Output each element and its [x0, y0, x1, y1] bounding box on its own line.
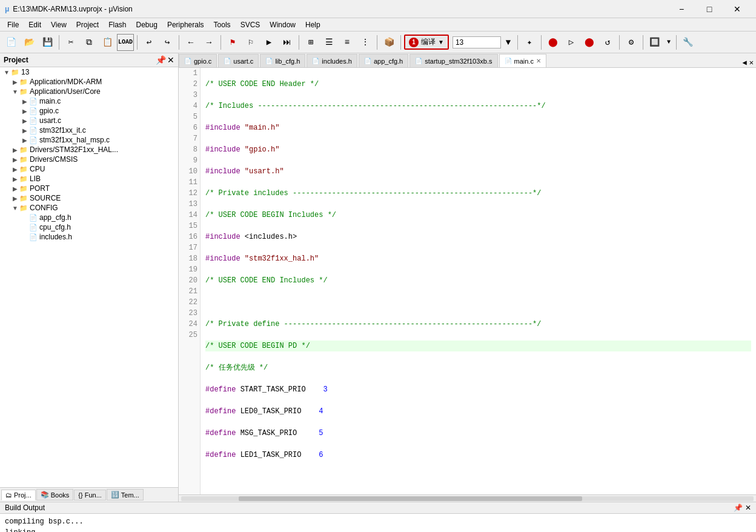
tree-node-source[interactable]: ▶ 📁 SOURCE: [0, 193, 178, 203]
toggle-usart-c[interactable]: ▶: [21, 118, 29, 124]
toggle-config[interactable]: ▼: [11, 205, 19, 211]
paste-button[interactable]: 📋: [99, 34, 116, 51]
view-dropdown[interactable]: ▼: [665, 34, 673, 51]
reset-button[interactable]: ↺: [599, 34, 616, 51]
tab-lib-cfg[interactable]: 📄 lib_cfg.h: [260, 54, 305, 67]
toggle-root[interactable]: ▼: [2, 69, 11, 76]
tab-scroll-left[interactable]: ◀: [743, 58, 747, 67]
tab-gpio-c[interactable]: 📄 gpio.c: [179, 54, 217, 67]
tree-node-drv-stm[interactable]: ▶ 📁 Drivers/STM32F1xx_HAL...: [0, 145, 178, 155]
toggle-source[interactable]: ▶: [11, 195, 19, 202]
tab-usart-c[interactable]: 📄 usart.c: [218, 54, 259, 67]
editor-hscroll[interactable]: [179, 494, 756, 502]
align1-button[interactable]: ⊞: [302, 34, 319, 51]
sidebar-pin-button[interactable]: 📌: [156, 55, 166, 65]
view-btn[interactable]: 🔲: [646, 34, 663, 51]
new-file-button[interactable]: 📄: [2, 34, 19, 51]
tree-node-includes[interactable]: ▶ 📄 includes.h: [0, 232, 178, 242]
connect-button[interactable]: ⬤: [545, 34, 562, 51]
build-close-icon[interactable]: ✕: [745, 504, 751, 512]
code-editor[interactable]: 12345 678910 1112131415 1617181920 21222…: [179, 68, 756, 494]
forward-button[interactable]: →: [201, 34, 217, 51]
tree-node-usart-c[interactable]: ▶ 📄 usart.c: [0, 116, 178, 125]
menu-window[interactable]: Window: [265, 19, 300, 30]
menu-tools[interactable]: Tools: [209, 19, 236, 30]
toggle-cpu[interactable]: ▶: [11, 166, 19, 173]
menu-file[interactable]: File: [2, 19, 24, 30]
sidebar-tab-tem[interactable]: 🔢 Tem...: [107, 489, 144, 500]
menu-debug[interactable]: Debug: [131, 19, 162, 30]
tree-node-mdk[interactable]: ▶ 📁 Application/MDK-ARM: [0, 77, 178, 87]
tree-node-it-c[interactable]: ▶ 📄 stm32f1xx_it.c: [0, 125, 178, 135]
debug3-button[interactable]: ⏭: [279, 34, 296, 51]
sidebar-tab-fun[interactable]: {} Fun...: [74, 490, 106, 500]
tree-node-hal-c[interactable]: ▶ 📄 stm32f1xx_hal_msp.c: [0, 135, 178, 145]
toggle-drv-stm[interactable]: ▶: [11, 147, 19, 153]
menu-svcs[interactable]: SVCS: [236, 19, 265, 30]
toggle-main-c[interactable]: ▶: [21, 98, 29, 105]
tree-node-main-c[interactable]: ▶ 📄 main.c: [0, 96, 178, 106]
options-btn[interactable]: ⚙: [623, 34, 640, 51]
package-button[interactable]: 📦: [380, 34, 397, 51]
tree-node-user[interactable]: ▼ 📁 Application/User/Core: [0, 87, 178, 96]
menu-help[interactable]: Help: [300, 19, 325, 30]
tree-node-cpu[interactable]: ▶ 📁 CPU: [0, 164, 178, 174]
load-button[interactable]: LOAD: [117, 34, 134, 51]
maximize-button[interactable]: □: [695, 0, 723, 18]
toggle-lib[interactable]: ▶: [11, 176, 19, 182]
open-button[interactable]: 📂: [21, 34, 38, 51]
tab-includes[interactable]: 📄 includes.h: [307, 54, 357, 67]
debug1-button[interactable]: ⚐: [242, 34, 259, 51]
tab-startup[interactable]: 📄 startup_stm32f103xb.s: [409, 54, 497, 67]
start-button[interactable]: ▷: [563, 34, 580, 51]
menu-view[interactable]: View: [46, 19, 71, 30]
cut-button[interactable]: ✂: [62, 34, 79, 51]
menu-edit[interactable]: Edit: [24, 19, 46, 30]
align3-button[interactable]: ≡: [339, 34, 356, 51]
stop-button[interactable]: ⬤: [581, 34, 598, 51]
toggle-user[interactable]: ▼: [11, 88, 19, 95]
toggle-port[interactable]: ▶: [11, 185, 19, 192]
sidebar-close-button[interactable]: ✕: [167, 55, 174, 65]
toggle-cmsis[interactable]: ▶: [11, 156, 19, 163]
tab-scroll-right[interactable]: ✕: [749, 58, 754, 67]
toggle-it-c[interactable]: ▶: [21, 127, 29, 134]
tree-node-gpio-c[interactable]: ▶ 📄 gpio.c: [0, 106, 178, 116]
redo-button[interactable]: ↪: [159, 34, 176, 51]
menu-flash[interactable]: Flash: [104, 19, 131, 30]
tree-node-root[interactable]: ▼ 📁 13: [0, 67, 178, 77]
save-button[interactable]: 💾: [39, 34, 56, 51]
toggle-gpio-c[interactable]: ▶: [21, 108, 29, 115]
compile-button[interactable]: 1 编译 ▼: [404, 35, 449, 50]
magic-button[interactable]: ✦: [521, 34, 538, 51]
build-pin-icon[interactable]: 📌: [734, 504, 743, 512]
menu-project[interactable]: Project: [71, 19, 104, 30]
dropdown-btn[interactable]: ▼: [502, 34, 514, 51]
minimize-button[interactable]: −: [668, 0, 695, 18]
target-selector[interactable]: [453, 36, 501, 48]
back-button[interactable]: ←: [182, 34, 199, 51]
tree-node-port[interactable]: ▶ 📁 PORT: [0, 184, 178, 193]
bookmark-button[interactable]: ⚑: [224, 34, 241, 51]
toggle-mdk[interactable]: ▶: [11, 79, 19, 85]
tools-btn[interactable]: 🔧: [680, 34, 697, 51]
tree-node-cpu-cfg[interactable]: ▶ 📄 cpu_cfg.h: [0, 222, 178, 232]
debug2-button[interactable]: ▶: [260, 34, 277, 51]
toggle-hal-c[interactable]: ▶: [21, 137, 29, 144]
undo-button[interactable]: ↩: [141, 34, 158, 51]
close-button[interactable]: ✕: [723, 0, 751, 18]
tree-node-app-cfg[interactable]: ▶ 📄 app_cfg.h: [0, 213, 178, 222]
sidebar-tab-books[interactable]: 📚 Books: [36, 489, 74, 500]
copy-button[interactable]: ⧉: [81, 34, 98, 51]
align2-button[interactable]: ☰: [320, 34, 337, 51]
tab-close-main[interactable]: ✕: [536, 58, 541, 64]
menu-peripherals[interactable]: Peripherals: [162, 19, 209, 30]
tab-main-c[interactable]: 📄 main.c ✕: [499, 54, 546, 67]
sidebar-tab-proj[interactable]: 🗂 Proj...: [1, 490, 36, 500]
tree-node-cmsis[interactable]: ▶ 📁 Drivers/CMSIS: [0, 155, 178, 164]
tab-app-cfg[interactable]: 📄 app_cfg.h: [359, 54, 408, 67]
align4-button[interactable]: ⋮: [357, 34, 374, 51]
compile-badge: 1: [409, 38, 419, 47]
tree-node-lib[interactable]: ▶ 📁 LIB: [0, 174, 178, 184]
tree-node-config[interactable]: ▼ 📁 CONFIG: [0, 203, 178, 213]
